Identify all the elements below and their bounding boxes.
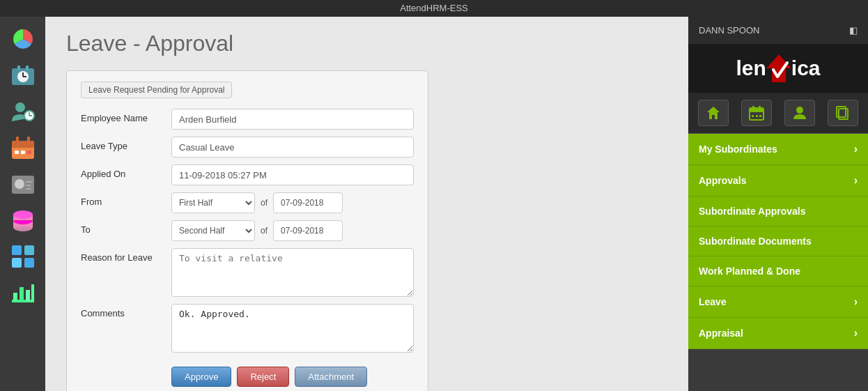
svg-marker-38 xyxy=(707,107,720,119)
from-date-display: 07-09-2018 xyxy=(273,192,343,213)
to-half-select[interactable]: Second Half First Half xyxy=(171,220,255,241)
comments-row: Comments Ok. Approved. xyxy=(81,304,414,353)
menu-item-subordinate-approvals[interactable]: Subordinate Approvals xyxy=(688,197,868,227)
user-name: DANN SPOON xyxy=(699,25,759,36)
chart-bar-icon[interactable] xyxy=(6,276,40,309)
svg-rect-21 xyxy=(26,185,31,186)
svg-rect-42 xyxy=(759,106,761,109)
copy-nav-icon[interactable] xyxy=(828,100,858,126)
svg-rect-45 xyxy=(759,115,761,117)
reject-button[interactable]: Reject xyxy=(237,367,289,387)
menu-list: My Subordinates › Approvals › Subordinat… xyxy=(688,134,868,391)
menu-item-appraisal[interactable]: Appraisal › xyxy=(688,318,868,349)
chevron-my-subordinates: › xyxy=(854,143,858,155)
svg-rect-41 xyxy=(752,106,754,109)
leave-type-label: Leave Type xyxy=(81,137,171,151)
svg-rect-31 xyxy=(24,258,34,268)
calendar-event-icon[interactable] xyxy=(6,131,40,164)
leave-type-row: Leave Type xyxy=(81,137,414,158)
svg-rect-20 xyxy=(26,181,32,183)
svg-rect-14 xyxy=(27,137,30,142)
to-date-display: 07-09-2018 xyxy=(273,220,343,241)
svg-rect-40 xyxy=(750,108,764,112)
menu-label-approvals: Approvals xyxy=(699,175,746,186)
main-content: Leave - Approval Leave Request Pending f… xyxy=(45,17,688,391)
svg-rect-35 xyxy=(26,290,30,301)
svg-rect-13 xyxy=(16,137,19,142)
employee-name-row: Employee Name xyxy=(81,109,414,130)
svg-rect-12 xyxy=(12,141,34,148)
menu-item-subordinate-documents[interactable]: Subordinate Documents xyxy=(688,227,868,256)
menu-label-appraisal: Appraisal xyxy=(699,328,743,339)
clock-icon[interactable] xyxy=(6,59,40,92)
svg-rect-29 xyxy=(24,245,34,255)
to-input-group: Second Half First Half of 07-09-2018 xyxy=(171,220,414,241)
to-label: To xyxy=(81,220,171,235)
from-row: From First Half Second Half of 07-09-201… xyxy=(81,192,414,213)
home-nav-icon[interactable] xyxy=(698,100,729,126)
approve-button[interactable]: Approve xyxy=(171,367,231,387)
svg-marker-37 xyxy=(766,54,791,82)
svg-rect-33 xyxy=(13,293,17,301)
applied-on-label: Applied On xyxy=(81,164,171,179)
user-time-icon[interactable] xyxy=(6,95,40,128)
svg-rect-36 xyxy=(31,284,34,301)
logo-text-after: ica xyxy=(791,56,821,80)
svg-rect-16 xyxy=(21,151,25,154)
left-icon-sidebar xyxy=(0,17,45,391)
applied-on-row: Applied On xyxy=(81,164,414,185)
calendar-nav-icon[interactable] xyxy=(741,100,772,126)
attachment-button[interactable]: Attachment xyxy=(295,367,367,387)
employee-name-label: Employee Name xyxy=(81,109,171,123)
svg-point-46 xyxy=(796,107,803,114)
svg-rect-30 xyxy=(12,258,22,268)
menu-label-subordinate-approvals: Subordinate Approvals xyxy=(699,206,806,217)
comments-textarea[interactable]: Ok. Approved. xyxy=(171,304,414,353)
blocks-icon[interactable] xyxy=(6,240,40,273)
svg-rect-28 xyxy=(12,245,22,255)
menu-label-work-planned-done: Work Planned & Done xyxy=(699,266,800,277)
svg-rect-15 xyxy=(15,151,19,154)
applied-on-input[interactable] xyxy=(171,164,414,185)
comments-label: Comments xyxy=(81,304,171,319)
sidebar-toggle-icon[interactable]: ◧ xyxy=(849,25,858,36)
user-header: DANN SPOON ◧ xyxy=(688,17,868,44)
top-bar: AttendHRM-ESS xyxy=(0,0,868,17)
to-row: To Second Half First Half of 07-09-2018 xyxy=(81,220,414,241)
user-badge-icon[interactable] xyxy=(6,167,40,201)
panel-header: Leave Request Pending for Approval xyxy=(81,82,232,98)
menu-item-my-subordinates[interactable]: My Subordinates › xyxy=(688,134,868,165)
menu-item-approvals[interactable]: Approvals › xyxy=(688,165,868,197)
app-title: AttendHRM-ESS xyxy=(400,3,468,13)
coins-icon[interactable] xyxy=(6,204,40,237)
chevron-approvals: › xyxy=(854,174,858,187)
menu-item-leave[interactable]: Leave › xyxy=(688,286,868,318)
form-panel: Leave Request Pending for Approval Emplo… xyxy=(66,70,428,391)
button-row: Approve Reject Attachment xyxy=(81,367,414,387)
page-title: Leave - Approval xyxy=(66,31,667,56)
reason-textarea[interactable] xyxy=(171,248,414,297)
svg-point-7 xyxy=(15,102,25,112)
logo-checkmark-icon xyxy=(766,54,791,82)
right-sidebar: DANN SPOON ◧ len ica xyxy=(688,17,868,391)
svg-rect-22 xyxy=(26,188,31,190)
svg-point-19 xyxy=(15,179,24,189)
reason-label: Reason for Leave xyxy=(81,248,171,263)
menu-item-work-planned-done[interactable]: Work Planned & Done xyxy=(688,256,868,286)
leave-type-input[interactable] xyxy=(171,137,414,158)
from-of-label: of xyxy=(258,198,270,208)
pie-chart-icon[interactable] xyxy=(6,22,40,56)
svg-rect-43 xyxy=(752,115,754,117)
logo-area: len ica xyxy=(688,44,868,93)
chevron-leave: › xyxy=(854,296,858,308)
employee-name-input[interactable] xyxy=(171,109,414,130)
svg-point-27 xyxy=(13,210,33,219)
from-label: From xyxy=(81,192,171,207)
from-half-select[interactable]: First Half Second Half xyxy=(171,192,255,213)
nav-icons-row xyxy=(688,93,868,134)
svg-rect-44 xyxy=(756,115,758,117)
reason-row: Reason for Leave xyxy=(81,248,414,297)
person-nav-icon[interactable] xyxy=(784,100,815,126)
svg-rect-34 xyxy=(20,287,24,301)
menu-label-subordinate-documents: Subordinate Documents xyxy=(699,236,812,247)
